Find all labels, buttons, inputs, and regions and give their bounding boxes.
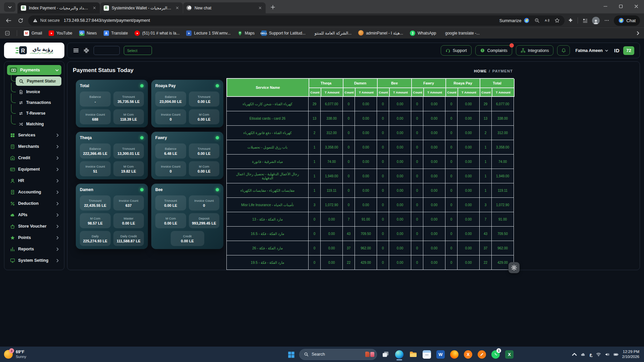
- value-cell: 0.00: [321, 255, 343, 270]
- sidebar-item[interactable]: Payment Status: [16, 76, 61, 86]
- bookmark-item[interactable]: (51) 01 # what is la...: [135, 31, 179, 36]
- maximize-button[interactable]: [613, 0, 629, 13]
- taskbar-app[interactable]: [422, 348, 432, 361]
- bookmark-item[interactable]: Lecture 1 SW.wmv...: [186, 31, 230, 36]
- reading-list-button[interactable]: [5, 31, 10, 36]
- sidebar-item[interactable]: APIs: [7, 210, 61, 220]
- bookmark-item[interactable]: adminPanel - هيئة ا...: [358, 30, 403, 37]
- sidebar-item[interactable]: System Setting: [7, 255, 61, 265]
- sidebar-item[interactable]: Store Voucher: [7, 221, 61, 231]
- summarize-button[interactable]: Summarize: [499, 17, 530, 23]
- bookmark-item[interactable]: 3 WhatsApp: [410, 31, 436, 36]
- sidebar-item[interactable]: Accounting: [7, 187, 61, 197]
- new-tab-button[interactable]: [268, 2, 278, 12]
- taskbar-app[interactable]: W: [435, 348, 446, 361]
- bookmark-item[interactable]: الشركة العامة للمنتو...: [312, 31, 352, 36]
- sidebar-item[interactable]: Credit: [7, 153, 61, 163]
- breadcrumb-home[interactable]: HOME: [474, 69, 487, 73]
- minimize-button[interactable]: [598, 0, 613, 13]
- bookmark-item[interactable]: Maps: [237, 31, 255, 36]
- taskbar-app[interactable]: [449, 348, 460, 361]
- taskbar-app[interactable]: [477, 348, 487, 361]
- profile-avatar[interactable]: [592, 17, 600, 24]
- sidebar-item[interactable]: HR: [7, 176, 61, 186]
- start-button[interactable]: [286, 348, 296, 361]
- sidebar-item[interactable]: Services: [7, 130, 61, 140]
- column-sub-header: Count: [378, 88, 390, 97]
- sidebar-toggle-button[interactable]: [73, 47, 79, 54]
- bookmark-item[interactable]: A Translate: [104, 31, 128, 36]
- language-indicator[interactable]: ع: [589, 352, 592, 357]
- chevron-right-icon: [56, 236, 59, 240]
- browser-tab[interactable]: R Systemindex Wallet - السداد والبرمجيات: [100, 2, 183, 13]
- bookmark-item[interactable]: M Gmail: [24, 31, 42, 36]
- bookmark-item[interactable]: YouTube: [49, 31, 72, 36]
- user-menu[interactable]: Fatma Ameen: [575, 48, 608, 53]
- sidebar-item[interactable]: Transactions: [16, 98, 61, 107]
- taskbar-app[interactable]: [408, 348, 418, 361]
- sidebar-item[interactable]: Matching: [16, 119, 61, 129]
- sidebar-item[interactable]: Invoice: [16, 87, 61, 97]
- taskbar-app[interactable]: [394, 348, 405, 361]
- taskbar-clock[interactable]: 12:29 PM 2/10/2026: [622, 349, 639, 359]
- app-logo[interactable]: R رؤية باي لحلول السداد و البرمجيات: [4, 43, 64, 58]
- chevron-right-icon: [56, 213, 59, 217]
- wifi-icon[interactable]: [596, 352, 601, 357]
- notifications-button[interactable]: [557, 45, 570, 56]
- browser-tab[interactable]: New chat: [183, 2, 266, 13]
- close-icon[interactable]: [257, 5, 263, 11]
- tray-overflow-button[interactable]: [572, 352, 577, 357]
- complaints-button[interactable]: Complaints: [475, 45, 512, 56]
- sidebar-item[interactable]: Reports: [7, 244, 61, 254]
- compress-view-button[interactable]: [83, 47, 90, 54]
- volume-icon[interactable]: [605, 352, 610, 357]
- security-label[interactable]: Not secure: [40, 18, 60, 23]
- sidebar-item-label: Payments: [20, 68, 40, 72]
- battery-icon[interactable]: [613, 352, 619, 357]
- sidebar-item[interactable]: Equipment: [7, 164, 61, 174]
- value-cell: 0.00: [423, 198, 445, 212]
- sidebar-item[interactable]: T-Reverse: [16, 109, 61, 118]
- zoom-out-icon: [534, 18, 540, 23]
- taskbar-app[interactable]: 1: [490, 348, 501, 361]
- onedrive-icon[interactable]: [581, 352, 586, 357]
- zoom-out-button[interactable]: [534, 18, 540, 23]
- taskbar-app[interactable]: X: [463, 348, 473, 361]
- sidebar-item[interactable]: Merchants: [7, 141, 61, 152]
- copilot-chat-button[interactable]: Chat: [614, 15, 640, 26]
- favorite-star-button[interactable]: [554, 18, 560, 23]
- topbar-search-input[interactable]: [94, 46, 120, 55]
- close-icon[interactable]: [174, 5, 180, 11]
- close-window-button[interactable]: [629, 0, 644, 13]
- refresh-button[interactable]: [16, 16, 25, 25]
- sidebar-item[interactable]: Deduction: [7, 198, 61, 208]
- support-button[interactable]: Support: [441, 45, 472, 56]
- sidebar-item-label: Matching: [26, 122, 44, 126]
- xampp-icon: X: [464, 350, 472, 359]
- settings-fab[interactable]: [508, 262, 520, 273]
- bookmark-item[interactable]: DELL Support for Latitud...: [261, 31, 306, 36]
- url-field[interactable]: Not secure 173.249.58.27:8443/system/pay…: [28, 15, 565, 26]
- taskbar-app[interactable]: X: [504, 348, 515, 361]
- topbar-select[interactable]: Select: [124, 46, 152, 55]
- close-icon[interactable]: [92, 5, 97, 11]
- value-cell: 0.00: [423, 241, 445, 255]
- extensions-button[interactable]: [568, 18, 573, 23]
- tab-actions-menu-button[interactable]: [4, 2, 15, 12]
- browser-menu-button[interactable]: [604, 18, 609, 23]
- bookmark-item[interactable]: google translate -...: [443, 31, 480, 36]
- url-text[interactable]: 173.249.58.27:8443/system/payment/paymen…: [64, 18, 150, 23]
- weather-widget[interactable]: 3 69°F Sunny: [0, 350, 30, 359]
- read-aloud-button[interactable]: A: [544, 18, 550, 23]
- sidebar-item[interactable]: Points: [7, 233, 61, 243]
- integrations-button[interactable]: Integrations: [516, 45, 554, 56]
- browser-tab[interactable]: R Index Payment - السداد والبرمجيات: [17, 2, 100, 13]
- back-button[interactable]: [4, 16, 13, 25]
- bookmark-item[interactable]: G News: [79, 31, 97, 36]
- value-cell: 0: [445, 97, 458, 111]
- warning-icon: [33, 18, 38, 23]
- taskbar-search[interactable]: Search: [299, 349, 377, 360]
- taskbar-app[interactable]: [380, 348, 391, 361]
- favorites-bar-button[interactable]: [582, 18, 588, 23]
- bookmarks-overflow-button[interactable]: [637, 31, 639, 35]
